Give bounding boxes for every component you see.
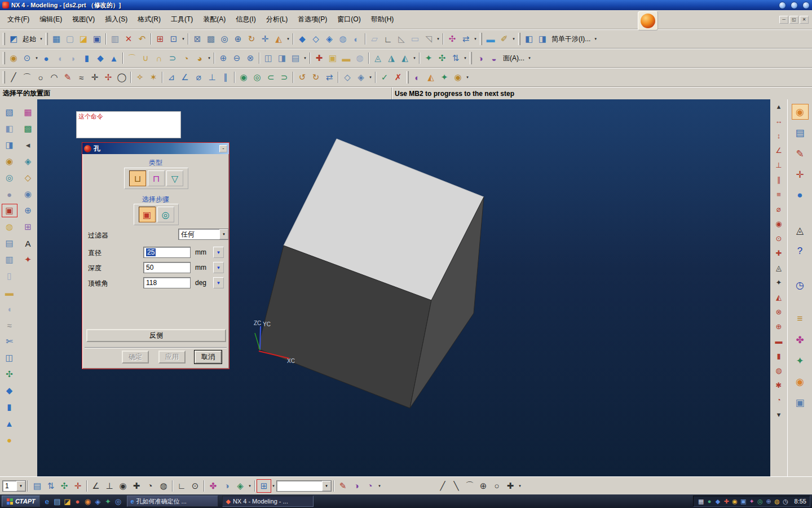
- snap-enable-icon[interactable]: ◉: [792, 104, 809, 120]
- scroll-up-icon[interactable]: ▴: [773, 100, 785, 112]
- pattern-constraint-icon[interactable]: ✱: [773, 379, 785, 391]
- wcs-corner-icon[interactable]: ∟: [175, 480, 188, 492]
- point-set-icon[interactable]: ⊙: [20, 52, 34, 64]
- collapse-arrow-icon[interactable]: ◂: [21, 139, 36, 151]
- palette2-icon[interactable]: ✤: [206, 480, 220, 492]
- messenger-icon[interactable]: ✦: [103, 496, 113, 506]
- quick-arc-icon[interactable]: ⌒: [463, 480, 476, 492]
- history-icon[interactable]: ◷: [792, 277, 809, 293]
- scheduler-tray-icon[interactable]: ◍: [773, 497, 782, 506]
- midpoint-constraint-icon[interactable]: ✚: [773, 247, 785, 259]
- tutorials-icon[interactable]: ◬: [792, 222, 809, 238]
- origin-icon[interactable]: ⊙: [188, 480, 202, 492]
- fix-constraint-icon[interactable]: ◬: [773, 262, 785, 273]
- menu-view[interactable]: 视图(V): [67, 13, 100, 26]
- dropdown-arrow-icon[interactable]: ▾: [285, 33, 291, 45]
- datum-plane-tool-icon[interactable]: ◧: [2, 122, 17, 135]
- screen-layout-icon[interactable]: ▦: [50, 33, 63, 45]
- dropdown-arrow-icon[interactable]: ▾: [271, 480, 276, 492]
- studio-mode-icon[interactable]: ◈: [323, 33, 336, 45]
- browser-icon[interactable]: ◎: [113, 496, 123, 506]
- keyboard-layout-icon[interactable]: ▦: [697, 497, 705, 506]
- sphere-icon[interactable]: ●: [39, 52, 53, 64]
- depth-spinner[interactable]: ▼: [213, 262, 224, 273]
- grid-snap-icon[interactable]: ✛: [71, 480, 85, 492]
- diameter-input[interactable]: 25: [143, 247, 191, 258]
- filter-dropdown-icon[interactable]: ▾: [219, 229, 228, 239]
- instance-tool-icon[interactable]: ✣: [2, 368, 17, 380]
- polygon-icon[interactable]: ✧: [133, 71, 147, 84]
- tip-angle-spinner[interactable]: ▼: [213, 277, 224, 288]
- vertical-constraint-icon[interactable]: ▮: [773, 350, 785, 361]
- sphere-tool-icon[interactable]: ●: [2, 433, 17, 446]
- arc-feature-icon[interactable]: ⌒: [125, 52, 139, 64]
- menu-tools[interactable]: 工具(T): [166, 13, 198, 26]
- firefox-icon[interactable]: ◉: [82, 496, 92, 506]
- dropdown-arrow-icon[interactable]: ▾: [412, 52, 417, 64]
- trim-tool-icon[interactable]: ✄: [2, 335, 17, 348]
- wcs-icon[interactable]: ⊞: [153, 33, 167, 45]
- sweep-tool-icon[interactable]: ◎: [2, 172, 17, 184]
- half-section2-icon[interactable]: ◗: [67, 52, 80, 64]
- toolbar-grip[interactable]: [3, 33, 5, 45]
- mesh-tool-icon[interactable]: ▩: [21, 122, 36, 135]
- instance-icon[interactable]: ✣: [435, 52, 449, 64]
- layer-settings-icon[interactable]: ▤: [30, 480, 44, 492]
- menu-preferences[interactable]: 首选项(P): [293, 13, 332, 26]
- horizontal-constraint-icon[interactable]: ▬: [773, 335, 785, 347]
- dropdown-arrow-icon[interactable]: ▾: [377, 480, 382, 492]
- dropdown-arrow-icon[interactable]: ▾: [473, 33, 478, 45]
- offset-curve-icon[interactable]: ◎: [250, 71, 264, 84]
- pattern-icon[interactable]: ✣: [445, 33, 459, 45]
- menu-file[interactable]: 文件(F): [2, 13, 34, 26]
- depth-input[interactable]: 50: [143, 262, 191, 273]
- slot-icon[interactable]: ▬: [339, 52, 353, 64]
- menu-analysis[interactable]: 分析(L): [261, 13, 293, 26]
- tool-toggle-icon[interactable]: ◈: [233, 480, 247, 492]
- menu-information[interactable]: 信息(I): [231, 13, 261, 26]
- cone-icon[interactable]: ▲: [107, 52, 121, 64]
- reorder-icon[interactable]: ⇅: [449, 52, 462, 64]
- filter-combo[interactable]: 任何 ▾: [178, 229, 229, 240]
- toolbar-grip[interactable]: [3, 71, 5, 84]
- shaded-mode-icon[interactable]: ◆: [295, 33, 309, 45]
- scroll-down-icon[interactable]: ▾: [773, 409, 785, 420]
- fillet-icon[interactable]: ◠: [47, 71, 61, 84]
- groove-tool-icon[interactable]: ◖: [2, 303, 17, 315]
- offset-constraint-icon[interactable]: ◍: [773, 365, 785, 376]
- analysis-face-icon[interactable]: ◐: [411, 71, 424, 84]
- emboss-tool-icon[interactable]: ⊞: [21, 221, 36, 233]
- snap-exist-point-icon[interactable]: ◍: [157, 480, 170, 492]
- dropdown-arrow-icon[interactable]: ▾: [206, 52, 212, 64]
- pan-view-icon[interactable]: ✛: [258, 33, 272, 45]
- snap-mid-icon[interactable]: ⊥: [103, 480, 116, 492]
- pad-tool-icon[interactable]: ▥: [2, 253, 17, 266]
- quilt-icon[interactable]: ◇: [341, 71, 354, 84]
- start-icon[interactable]: ◩: [7, 33, 20, 45]
- hole-type-simple-button[interactable]: ⊔: [129, 170, 146, 186]
- collinear-constraint-icon[interactable]: ⊗: [773, 306, 785, 317]
- toolbar-grip[interactable]: [470, 52, 472, 64]
- cylinder-tool-icon[interactable]: ▮: [2, 401, 17, 413]
- toolbar-grip[interactable]: [46, 33, 48, 45]
- shade-half-icon[interactable]: ◑: [350, 480, 363, 492]
- perp-constraint-icon[interactable]: ⊥: [773, 159, 785, 170]
- window-maximize-button[interactable]: [791, 2, 798, 9]
- selection-scope-combo[interactable]: ▾: [276, 480, 332, 492]
- dropdown-arrow-icon[interactable]: ▾: [180, 33, 186, 45]
- simple-interference-button[interactable]: 简单干涉(I)...: [549, 34, 593, 44]
- mirror-curve-icon[interactable]: ⊂: [264, 71, 277, 84]
- cup-icon[interactable]: ∪: [139, 52, 152, 64]
- xform-tool-icon[interactable]: ✦: [21, 253, 36, 266]
- chamfer-icon[interactable]: ◬: [371, 52, 385, 64]
- thread-tool-icon[interactable]: ≈: [2, 319, 17, 331]
- trim-curve-icon[interactable]: ↺: [295, 71, 309, 84]
- menu-edit[interactable]: 编辑(E): [34, 13, 67, 26]
- spotlight-icon[interactable]: ◉: [451, 71, 465, 84]
- antivirus-tray-icon[interactable]: ●: [705, 497, 714, 506]
- cone-tool-icon[interactable]: ▲: [2, 417, 17, 430]
- datum-plane-icon[interactable]: ▱: [368, 33, 381, 45]
- selection-scope-dropdown-icon[interactable]: ▾: [322, 481, 331, 491]
- half-section-icon[interactable]: ◖: [53, 52, 67, 64]
- reverse-side-button[interactable]: 反侧: [86, 329, 226, 342]
